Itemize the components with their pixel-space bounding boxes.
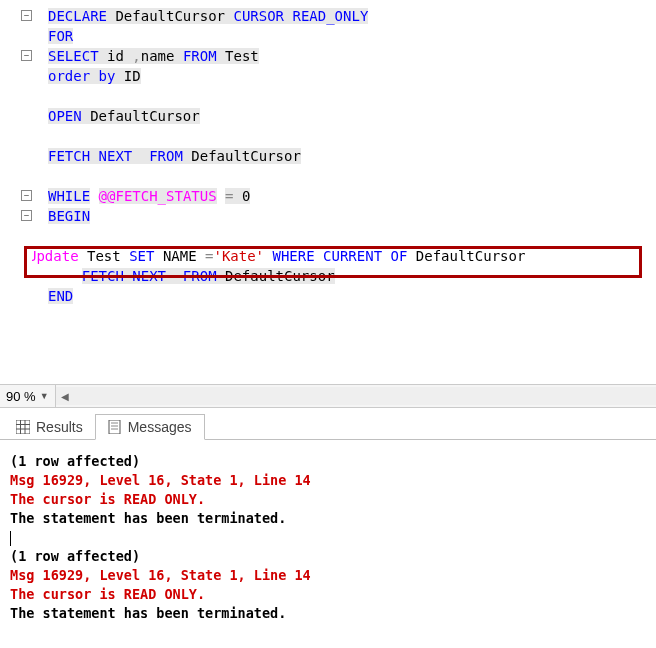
svg-rect-0 bbox=[16, 420, 30, 434]
fold-toggle[interactable]: − bbox=[21, 50, 32, 61]
message-line: Msg 16929, Level 16, State 1, Line 14 bbox=[10, 566, 646, 585]
tab-messages-label: Messages bbox=[128, 419, 192, 435]
message-line: The statement has been terminated. bbox=[10, 509, 646, 528]
message-line: (1 row affected) bbox=[10, 547, 646, 566]
code-line[interactable] bbox=[40, 226, 656, 246]
code-line[interactable]: FETCH NEXT FROM DefaultCursor bbox=[40, 146, 656, 166]
horizontal-scrollbar[interactable]: ◀ bbox=[56, 387, 656, 405]
results-pane-tabs: Results Messages bbox=[0, 408, 656, 440]
code-line[interactable]: SELECT id ,name FROM Test bbox=[40, 46, 656, 66]
code-line[interactable]: FOR bbox=[40, 26, 656, 46]
code-line[interactable]: END bbox=[40, 286, 656, 306]
editor-gutter: −−−− bbox=[0, 6, 32, 376]
zoom-selector[interactable]: 90 % ▼ bbox=[0, 385, 56, 407]
message-line: The statement has been terminated. bbox=[10, 604, 646, 623]
messages-pane[interactable]: (1 row affected)Msg 16929, Level 16, Sta… bbox=[0, 440, 656, 635]
svg-rect-5 bbox=[109, 420, 120, 434]
fold-toggle[interactable]: − bbox=[21, 10, 32, 21]
code-line[interactable] bbox=[40, 126, 656, 146]
message-line: Msg 16929, Level 16, State 1, Line 14 bbox=[10, 471, 646, 490]
message-line: The cursor is READ ONLY. bbox=[10, 585, 646, 604]
fold-toggle[interactable]: − bbox=[21, 190, 32, 201]
zoom-value: 90 % bbox=[6, 389, 36, 404]
tab-messages[interactable]: Messages bbox=[95, 414, 205, 440]
scroll-left-icon[interactable]: ◀ bbox=[56, 387, 74, 405]
code-line[interactable]: WHILE @@FETCH_STATUS = 0 bbox=[40, 186, 656, 206]
code-line[interactable] bbox=[40, 166, 656, 186]
code-line[interactable]: order by ID bbox=[40, 66, 656, 86]
code-line[interactable]: Update Test SET NAME ='Kate' WHERE CURRE… bbox=[28, 246, 656, 266]
fold-toggle[interactable]: − bbox=[21, 210, 32, 221]
sql-editor[interactable]: −−−− DECLARE DefaultCursor CURSOR READ_O… bbox=[0, 0, 656, 384]
editor-status-bar: 90 % ▼ ◀ bbox=[0, 384, 656, 408]
tab-results-label: Results bbox=[36, 419, 83, 435]
code-line[interactable] bbox=[40, 86, 656, 106]
tab-results[interactable]: Results bbox=[4, 415, 95, 439]
code-line[interactable]: BEGIN bbox=[40, 206, 656, 226]
message-line: The cursor is READ ONLY. bbox=[10, 490, 646, 509]
code-line[interactable]: DECLARE DefaultCursor CURSOR READ_ONLY bbox=[40, 6, 656, 26]
message-line bbox=[10, 528, 646, 547]
message-line: (1 row affected) bbox=[10, 452, 646, 471]
chevron-down-icon: ▼ bbox=[40, 391, 49, 401]
grid-icon bbox=[16, 420, 30, 434]
code-line[interactable]: OPEN DefaultCursor bbox=[40, 106, 656, 126]
code-line[interactable]: FETCH NEXT FROM DefaultCursor bbox=[40, 266, 656, 286]
document-icon bbox=[108, 420, 122, 434]
